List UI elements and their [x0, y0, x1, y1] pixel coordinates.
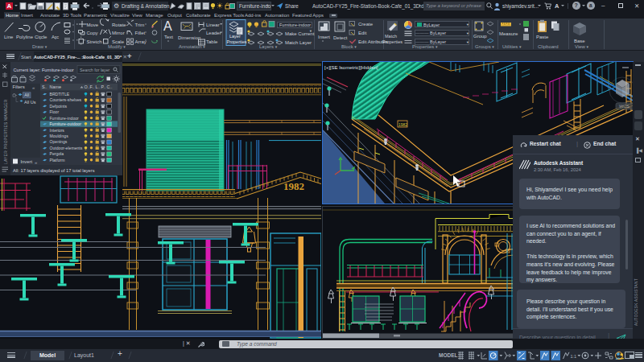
svg-text:F..: F.. — [90, 84, 95, 89]
svg-text:S..: S.. — [42, 84, 47, 89]
svg-text:Openings: Openings — [50, 139, 68, 144]
svg-text:Array: Array — [135, 39, 147, 44]
svg-text:Detect: Detect — [333, 35, 348, 40]
svg-text:Match: Match — [385, 34, 397, 39]
svg-text:Mouldings: Mouldings — [50, 134, 69, 138]
svg-text:Counters-shelves: Counters-shelves — [50, 97, 82, 102]
svg-text:Circle: Circle — [35, 35, 47, 39]
svg-text:Dimension: Dimension — [178, 35, 200, 40]
svg-text:Name: Name — [50, 84, 61, 89]
svg-text:WCS: WCS — [619, 104, 630, 109]
svg-text:Polyline: Polyline — [16, 35, 34, 39]
svg-text:Furniture-indoor: Furniture-indoor — [50, 116, 80, 121]
svg-text:Furniture-outdoor: Furniture-outdoor — [50, 121, 82, 126]
svg-text:BRDTITLE: BRDTITLE — [50, 92, 70, 97]
svg-text:1:1: 1:1 — [571, 354, 577, 359]
svg-text:Invert: Invert — [21, 159, 33, 164]
svg-text:Move: Move — [87, 23, 99, 27]
svg-text:Insert: Insert — [318, 35, 330, 39]
svg-text:Current layer: Furniture-indoo: Current layer: Furniture-indoor — [14, 68, 74, 72]
svg-text:Paste: Paste — [536, 35, 549, 39]
svg-text:Defpoints: Defpoints — [50, 104, 68, 109]
svg-text:C..: C.. — [107, 84, 113, 89]
svg-text:Trim: Trim — [135, 23, 145, 27]
svg-text:Properties: Properties — [227, 39, 247, 44]
svg-text:Create: Create — [358, 22, 374, 27]
svg-text:Group: Group — [473, 34, 487, 39]
svg-text:Fillet: Fillet — [135, 31, 146, 35]
svg-text:Line: Line — [4, 35, 14, 39]
svg-text:Filters: Filters — [13, 84, 25, 89]
svg-text:L..: L.. — [96, 84, 101, 89]
svg-text:Table: Table — [206, 39, 218, 44]
svg-text:LAYER PROPERTIES MANAGER: LAYER PROPERTIES MANAGER — [4, 99, 8, 164]
svg-text:Linear: Linear — [206, 23, 220, 27]
svg-text:Floor: Floor — [50, 109, 60, 114]
svg-text:Scale: Scale — [112, 39, 125, 44]
svg-text:All Us: All Us — [24, 100, 36, 105]
svg-text:Match Layer: Match Layer — [285, 40, 312, 45]
svg-text:All: 17 layers displayed of 17: All: 17 layers displayed of 17 total lay… — [13, 168, 95, 173]
svg-text:Base: Base — [574, 39, 585, 43]
svg-text:Properties: Properties — [382, 39, 402, 44]
svg-text:Rotate: Rotate — [112, 23, 126, 27]
svg-text:All: All — [24, 93, 29, 97]
svg-text:A: A — [163, 19, 172, 33]
svg-text:Measure: Measure — [499, 31, 518, 36]
svg-text:Search for layer: Search for layer — [80, 68, 110, 72]
svg-text:Edit: Edit — [358, 31, 367, 35]
svg-text:Arc: Arc — [52, 35, 59, 39]
svg-text:1982: 1982 — [283, 180, 304, 192]
svg-text:Text: Text — [164, 35, 173, 39]
svg-text:Layer: Layer — [229, 34, 241, 39]
svg-text:Pergola: Pergola — [50, 151, 64, 156]
svg-text:Outdoor-elements: Outdoor-elements — [50, 146, 83, 150]
svg-text:1982: 1982 — [398, 122, 407, 127]
svg-text:Leader: Leader — [206, 31, 221, 35]
svg-text:[+][SE Isometric][Hidden]: [+][SE Isometric][Hidden] — [324, 65, 378, 70]
svg-text:Interiors: Interiors — [50, 128, 65, 133]
svg-text:Copy: Copy — [87, 31, 98, 35]
svg-text:Platform: Platform — [50, 158, 65, 162]
svg-text:Stretch: Stretch — [87, 39, 102, 44]
svg-text:Mirror: Mirror — [112, 31, 125, 35]
svg-text:P..: P.. — [101, 84, 106, 89]
